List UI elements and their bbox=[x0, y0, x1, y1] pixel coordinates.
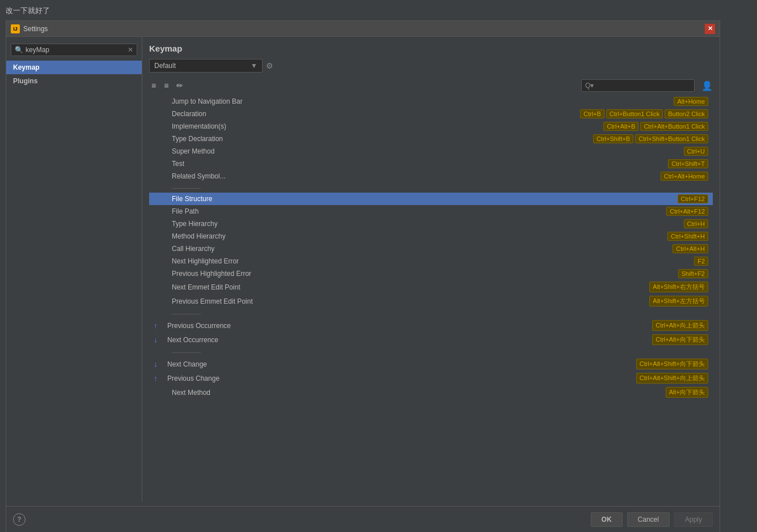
arrow-up-icon: ↑ bbox=[154, 374, 165, 382]
list-item[interactable]: ↑Previous OccurrenceCtrl+Alt+向上箭头 bbox=[149, 318, 713, 333]
apply-button[interactable]: Apply bbox=[674, 512, 713, 527]
item-shortcuts: Ctrl+Alt+F12 bbox=[666, 207, 708, 216]
list-item-name: Call Hierarchy bbox=[172, 245, 673, 253]
shortcut-badge: Ctrl+Shift+H bbox=[667, 232, 708, 241]
sidebar-search-box[interactable]: 🔍 ✕ bbox=[11, 44, 137, 56]
list-item[interactable]: Previous Emmet Edit PointAlt+Shift+左方括号 bbox=[149, 294, 713, 308]
list-item[interactable]: Method HierarchyCtrl+Shift+H bbox=[149, 230, 713, 242]
shortcut-badge: Ctrl+Alt+Shift+向上箭头 bbox=[636, 373, 708, 384]
sidebar: 🔍 ✕ Keymap Plugins bbox=[6, 37, 142, 501]
sidebar-search-input[interactable] bbox=[26, 46, 128, 54]
list-item-name: Next Emmet Edit Point bbox=[172, 283, 649, 291]
list-item[interactable]: Super MethodCtrl+U bbox=[149, 145, 713, 158]
toolbar-search-input[interactable] bbox=[596, 82, 691, 90]
item-shortcuts: Alt+向下箭头 bbox=[666, 387, 708, 398]
close-button[interactable]: ✕ bbox=[705, 24, 715, 34]
shortcut-badge: Alt+Shift+右方括号 bbox=[649, 282, 708, 292]
edit-icon[interactable]: ✏ bbox=[174, 80, 185, 91]
list-item[interactable]: Type HierarchyCtrl+H bbox=[149, 218, 713, 230]
help-button[interactable]: ? bbox=[13, 513, 26, 526]
shortcut-badge: Ctrl+Button1 Click bbox=[606, 109, 663, 118]
shortcut-badge: Alt+向下箭头 bbox=[666, 387, 708, 398]
shortcut-badge: Alt+Shift+左方括号 bbox=[649, 296, 708, 307]
item-shortcuts: Ctrl+F12 bbox=[678, 194, 709, 203]
shortcut-badge: Shift+F2 bbox=[678, 269, 708, 278]
shortcut-badge: Ctrl+Shift+B bbox=[593, 134, 633, 143]
list-item-name: Super Method bbox=[172, 147, 684, 155]
list-separator: -------------- bbox=[149, 182, 713, 193]
keymap-list: Jump to Navigation BarAlt+HomeDeclaratio… bbox=[149, 95, 713, 495]
shortcut-badge: Ctrl+H bbox=[684, 219, 708, 228]
app-icon: IJ bbox=[11, 24, 20, 33]
list-item-name: Method Hierarchy bbox=[172, 232, 667, 240]
shortcut-badge: Alt+Home bbox=[674, 97, 708, 106]
shortcut-badge: Ctrl+Alt+H bbox=[673, 244, 708, 253]
item-shortcuts: Ctrl+Shift+H bbox=[667, 232, 708, 241]
list-item[interactable]: DeclarationCtrl+BCtrl+Button1 ClickButto… bbox=[149, 108, 713, 120]
keymap-gear-icon[interactable]: ⚙ bbox=[266, 61, 273, 70]
shortcut-badge: F2 bbox=[694, 257, 708, 266]
shortcut-badge: Ctrl+Shift+T bbox=[668, 159, 708, 168]
collapse-all-icon[interactable]: ≡ bbox=[162, 80, 171, 91]
shortcut-badge: Ctrl+Alt+向下箭头 bbox=[652, 334, 708, 345]
shortcut-badge: Ctrl+F12 bbox=[678, 194, 709, 203]
sidebar-item-plugins[interactable]: Plugins bbox=[6, 74, 142, 88]
item-shortcuts: Alt+Home bbox=[674, 97, 708, 106]
item-shortcuts: Ctrl+Shift+T bbox=[668, 159, 708, 168]
list-item[interactable]: Next Highlighted ErrorF2 bbox=[149, 255, 713, 267]
content-area: 🔍 ✕ Keymap Plugins Keymap Default ▼ ⚙ bbox=[6, 37, 720, 501]
list-item-name: Jump to Navigation Bar bbox=[172, 97, 674, 105]
sidebar-item-keymap[interactable]: Keymap bbox=[6, 61, 142, 74]
list-item[interactable]: Call HierarchyCtrl+Alt+H bbox=[149, 242, 713, 255]
list-item-name: Test bbox=[172, 160, 668, 168]
shortcut-badge: Ctrl+Alt+F12 bbox=[666, 207, 708, 216]
shortcut-badge: Ctrl+U bbox=[684, 147, 708, 156]
toolbar: ≡ ≡ ✏ Q▾ 👤 bbox=[149, 79, 713, 92]
item-shortcuts: Ctrl+Alt+BCtrl+Alt+Button1 Click bbox=[603, 122, 708, 131]
expand-all-icon[interactable]: ≡ bbox=[149, 80, 158, 91]
list-item-name: File Structure bbox=[172, 195, 678, 203]
person-icon[interactable]: 👤 bbox=[701, 80, 713, 91]
list-item[interactable]: Related Symbol...Ctrl+Alt+Home bbox=[149, 170, 713, 182]
keymap-dropdown[interactable]: Default ▼ bbox=[149, 59, 263, 73]
list-item-name: Type Declaration bbox=[172, 135, 593, 143]
item-shortcuts: Ctrl+H bbox=[684, 219, 708, 228]
list-item[interactable]: Next Emmet Edit PointAlt+Shift+右方括号 bbox=[149, 280, 713, 294]
list-separator: -------------- bbox=[149, 308, 713, 318]
list-item[interactable]: File StructureCtrl+F12 bbox=[149, 193, 713, 205]
list-item-name: Next Change bbox=[167, 360, 636, 368]
list-item[interactable]: Next MethodAlt+向下箭头 bbox=[149, 385, 713, 399]
shortcut-badge: Ctrl+Alt+B bbox=[603, 122, 638, 131]
list-item-name: Next Method bbox=[172, 389, 666, 397]
settings-window: IJ Settings ✕ 🔍 ✕ Keymap Plugins Keymap bbox=[6, 20, 720, 532]
keymap-dropdown-value: Default bbox=[154, 62, 176, 70]
item-shortcuts: Ctrl+Alt+Shift+向上箭头 bbox=[636, 373, 708, 384]
search-clear-icon[interactable]: ✕ bbox=[128, 46, 133, 54]
footer-buttons: OK Cancel Apply bbox=[591, 512, 713, 527]
toolbar-search-label: Q▾ bbox=[585, 82, 594, 90]
sidebar-item-keymap-label: Keymap bbox=[13, 63, 40, 71]
list-item[interactable]: Implementation(s)Ctrl+Alt+BCtrl+Alt+Butt… bbox=[149, 120, 713, 133]
list-item[interactable]: File PathCtrl+Alt+F12 bbox=[149, 205, 713, 218]
list-item[interactable]: ↓Next ChangeCtrl+Alt+Shift+向下箭头 bbox=[149, 357, 713, 371]
list-item[interactable]: Jump to Navigation BarAlt+Home bbox=[149, 95, 713, 108]
list-item[interactable]: Type DeclarationCtrl+Shift+BCtrl+Shift+B… bbox=[149, 133, 713, 145]
list-item-name: Previous Change bbox=[167, 374, 636, 382]
list-item-name: Next Occurrence bbox=[167, 336, 652, 344]
item-shortcuts: Ctrl+Alt+Home bbox=[661, 172, 708, 181]
item-shortcuts: F2 bbox=[694, 257, 708, 266]
list-item[interactable]: ↑Previous ChangeCtrl+Alt+Shift+向上箭头 bbox=[149, 371, 713, 385]
list-item[interactable]: TestCtrl+Shift+T bbox=[149, 158, 713, 170]
toolbar-search-box[interactable]: Q▾ bbox=[581, 79, 695, 92]
shortcut-badge: Button2 Click bbox=[665, 109, 708, 118]
keymap-selector: Default ▼ ⚙ bbox=[149, 59, 713, 73]
main-title: Keymap bbox=[149, 44, 713, 53]
list-item[interactable]: Previous Highlighted ErrorShift+F2 bbox=[149, 267, 713, 280]
list-item-name: Type Hierarchy bbox=[172, 220, 684, 228]
cancel-button[interactable]: Cancel bbox=[627, 512, 670, 527]
list-item[interactable]: ↓Next OccurrenceCtrl+Alt+向下箭头 bbox=[149, 333, 713, 347]
window-title: Settings bbox=[23, 25, 705, 33]
ok-button[interactable]: OK bbox=[591, 512, 623, 527]
list-item-name: Declaration bbox=[172, 110, 580, 118]
shortcut-badge: Ctrl+Alt+Home bbox=[661, 172, 708, 181]
